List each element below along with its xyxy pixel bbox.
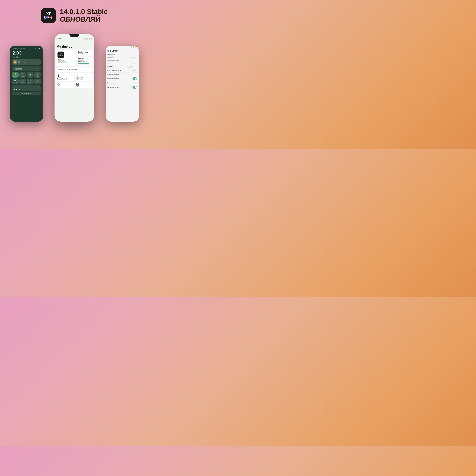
app-icon-bottom: B 14 🔥 (44, 16, 53, 19)
nav-row-value: Gestures › (131, 56, 137, 58)
music-icon: ♪ (37, 73, 38, 75)
search-provider-value: › (137, 74, 137, 75)
home-chevron-icon: ⌃ (136, 70, 137, 71)
nav-chevron-icon: › (137, 56, 137, 58)
screenshot-toggle[interactable]: 📷 Screenshot (12, 79, 19, 84)
quick-toggles-row2: 📷 Screenshot 🔦 Flashlight 📍 Location 🔒 L… (12, 79, 41, 84)
left-time: 2:03 (11, 50, 42, 56)
device-icon-xt: XT (60, 53, 62, 55)
bluetooth-toggle[interactable]: ⚡ Bluetooth (12, 72, 19, 78)
music-toggle[interactable]: ♪ Music (34, 72, 41, 78)
airplane-toggle[interactable]: ✈ Airplane (19, 72, 26, 78)
bar-provider-text: Google (132, 82, 136, 84)
cpu-ram-row: ⚙️ CPU 💾 RAM (56, 82, 93, 88)
device-name-label: Device name (78, 51, 91, 53)
miui-version-val2: 14.0.1.0.TJUMIXM (57, 62, 74, 63)
center-notch (69, 34, 79, 37)
auto-toggle[interactable]: A Auto (27, 72, 34, 78)
device-icon-small: 📱 (57, 74, 72, 77)
lock-icon: 🔒 (36, 80, 39, 82)
storage-label: Storage (78, 58, 91, 60)
wifi-icon: 📶 (13, 60, 17, 64)
bar-provider-row[interactable]: bar provider Google › (106, 81, 139, 85)
battery-card: 🔋 Battery capacity 4000mAh (75, 73, 93, 81)
screen-row-value: Classic › (132, 62, 137, 64)
version-badge: 14 (47, 16, 50, 18)
lock-screen-row[interactable]: tap to lock screen (106, 85, 139, 90)
nav-section-label: NAVIGATION (106, 53, 139, 55)
auto-label: Auto (29, 75, 31, 76)
navigation-row[interactable]: navigation Gestures › (106, 55, 139, 59)
device-card: 📱 Device Redmi Note 8 (56, 73, 74, 81)
device-bottom-value: Redmi Note 8 (57, 78, 72, 80)
bar-provider-chevron-icon: › (137, 82, 137, 84)
center-status-icons: 🌙 📷 🌐 📶 🔋 (83, 38, 92, 39)
wifi-card: 📶 h63 Connected (12, 59, 41, 65)
left-date: Tue, Mar 7 (11, 56, 42, 58)
right-status-bar: 🌐 📶 🔋32 (106, 46, 139, 48)
device-main-row: XT B 14 🔥 MIUI version XTBUI Standard 14… (56, 50, 93, 66)
launcher-row[interactable]: launcher Google Discover › (106, 65, 139, 69)
device-name-value: Redmi Note 8 (78, 53, 91, 54)
bluetooth-label: Bluetooth (13, 76, 17, 77)
miui-version-val1: XTBUI Standard (57, 61, 74, 62)
storage-card: Storage Occupied 17.3 GB /64 GB (76, 56, 93, 66)
phone-right: 🌐 📶 🔋32 e screen NAVIGATION navigation G… (106, 46, 139, 122)
airplane-label: Airplane (21, 76, 24, 77)
home-row-label: p on the Home screen (107, 70, 122, 71)
prev-button[interactable]: ⏮ (13, 88, 15, 90)
storage-bar (78, 63, 89, 65)
data-label: Mobile data (15, 68, 22, 69)
search-chevron-icon: › (137, 74, 137, 75)
wifi-status: Connected (18, 62, 25, 64)
benefits-row[interactable]: Check available benefits › (56, 67, 93, 72)
right-device-cards: Device name Redmi Note 8 Storage Occupie… (76, 50, 93, 66)
lock-screen-toggle[interactable] (133, 86, 137, 88)
launcher-row-label: launcher (107, 66, 113, 68)
storage-value: 17.3 GB (78, 61, 84, 62)
lock-label: Lock (36, 82, 39, 83)
device-bottom-label: Device (57, 77, 72, 78)
search-provider-row[interactable]: p search provider › (106, 72, 139, 76)
home-value-text: None (133, 70, 136, 71)
app-icon-text2: B (44, 16, 47, 19)
back-button[interactable]: ← (54, 40, 94, 44)
play-button[interactable]: ▶ (16, 88, 17, 90)
screenshot-label: Screenshot (13, 82, 18, 83)
location-icon: 📍 (29, 80, 31, 82)
search-bar-toggle[interactable] (133, 77, 137, 80)
device-icon-b-row: B 14 🔥 (58, 55, 63, 56)
ram-card: 💾 RAM (75, 82, 93, 88)
cpu-icon: ⚙️ (57, 83, 72, 86)
phone-left-screen: Emergency calls only ☽ 📷 🌐 📶 2:03 Tue, M… (10, 46, 43, 122)
home-screen-row[interactable]: p on the Home screen None ⌃ (106, 69, 139, 72)
fire-icon: 🔥 (50, 16, 53, 19)
left-status-icons: ☽ 📷 🌐 📶 (33, 48, 40, 49)
next-button[interactable]: ⏭ (19, 88, 20, 90)
media-icon: 🔊 (38, 86, 40, 87)
search-bar-row[interactable]: screen search bar (106, 76, 139, 81)
bluetooth-icon: ⚡ (14, 73, 17, 75)
hub-text: Mi Smart Hub (22, 93, 29, 94)
center-time: 2:03 PM (56, 38, 61, 39)
battery-icon: 🔋 (76, 74, 92, 77)
phones-container: Emergency calls only ☽ 📷 🌐 📶 2:03 Tue, M… (0, 29, 149, 122)
storage-total: /64 GB (84, 61, 87, 62)
auto-icon: A (30, 73, 31, 75)
app-icon-text1: XT (46, 12, 51, 16)
header-section: XT B 14 🔥 14.0.1.0 Stable ОБНОВЛЯЙ (41, 8, 108, 23)
location-toggle[interactable]: 📍 Location (27, 79, 34, 84)
screen-row[interactable]: screen Classic › (106, 61, 139, 65)
sound-icon: ♪ (39, 68, 40, 70)
benefits-text: Check available benefits (57, 68, 77, 70)
launcher-row-value: Google Discover › (127, 66, 137, 68)
flashlight-toggle[interactable]: 🔦 Flashlight (19, 79, 26, 84)
lock-toggle[interactable]: 🔒 Lock (34, 79, 41, 84)
cpu-card: ⚙️ CPU (56, 82, 74, 88)
bar-provider-value: Google › (132, 82, 137, 84)
media-controls: No playback... 🔊 ⏮ ▶ ⏭ (12, 85, 41, 91)
device-name-card: Device name Redmi Note 8 (76, 50, 93, 56)
playback-controls: ⏮ ▶ ⏭ (13, 88, 40, 90)
screen-chevron-icon: › (137, 62, 137, 64)
version-title: 14.0.1.0 Stable (60, 8, 108, 16)
